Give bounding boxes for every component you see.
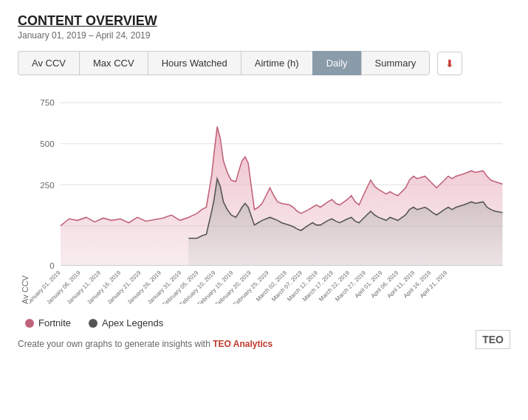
legend-apex: Apex Legends — [89, 317, 163, 328]
chart-section: Av CCV 750 500 250 0 — [18, 87, 510, 349]
apex-label: Apex Legends — [102, 317, 163, 328]
date-range: January 01, 2019 – April 24, 2019 — [18, 30, 510, 41]
page-title: CONTENT OVERVIEW — [18, 13, 510, 29]
main-chart: 750 500 250 0 — [30, 87, 510, 304]
y-axis-label: Av CCV — [18, 87, 30, 304]
footer-text: Create your own graphs to generate insig… — [18, 339, 510, 349]
tab-airtime[interactable]: Airtime (h) — [241, 51, 312, 75]
svg-text:750: 750 — [40, 98, 54, 107]
fortnite-label: Fortnite — [38, 317, 71, 328]
download-button[interactable]: ⬇ — [437, 52, 462, 75]
tab-daily[interactable]: Daily — [312, 51, 361, 75]
tab-bar: Av CCV Max CCV Hours Watched Airtime (h)… — [18, 51, 510, 75]
svg-text:0: 0 — [49, 261, 54, 270]
svg-text:250: 250 — [40, 181, 54, 190]
fortnite-dot — [25, 319, 34, 328]
svg-text:500: 500 — [40, 140, 54, 148]
tab-hours-watched[interactable]: Hours Watched — [148, 51, 241, 75]
apex-dot — [89, 319, 97, 328]
legend: Fortnite Apex Legends — [25, 317, 510, 328]
teo-badge: TEO — [476, 330, 510, 349]
tab-av-ccv[interactable]: Av CCV — [18, 51, 79, 75]
legend-fortnite: Fortnite — [25, 317, 71, 328]
tab-summary[interactable]: Summary — [361, 51, 431, 75]
teo-analytics-link[interactable]: TEO Analytics — [213, 339, 272, 349]
tab-max-ccv[interactable]: Max CCV — [79, 51, 148, 75]
